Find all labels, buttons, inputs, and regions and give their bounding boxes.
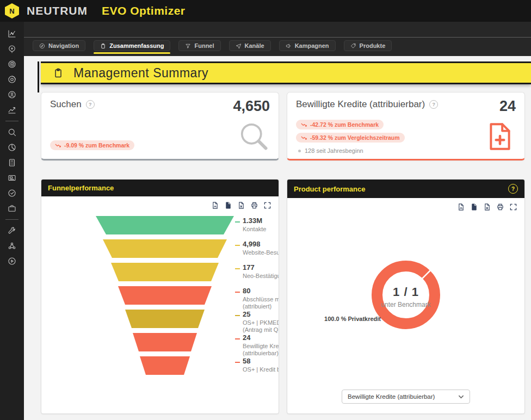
ytd-note: 128 seit Jahresbeginn bbox=[298, 147, 405, 154]
help-icon[interactable]: ? bbox=[86, 100, 95, 109]
kpi-title: Bewilligte Kredite (attribuierbar) bbox=[296, 99, 425, 110]
kpi-card-bewilligte-kredite: Bewilligte Kredite (attribuierbar) ? 24 … bbox=[287, 92, 525, 160]
product-panel: Product performance ? bbox=[287, 179, 525, 414]
funnel-segment-kontakte[interactable] bbox=[96, 216, 234, 234]
fullscreen-icon[interactable] bbox=[264, 202, 271, 209]
brand-logo[interactable]: N bbox=[5, 3, 19, 18]
trend-down-icon bbox=[301, 122, 307, 127]
tab-produkte[interactable]: Produkte bbox=[344, 40, 392, 54]
funnel-panel: Funnelperformance bbox=[41, 179, 279, 414]
tab-kampagnen[interactable]: Kampagnen bbox=[279, 40, 336, 54]
user-search-icon[interactable] bbox=[0, 87, 24, 102]
export-image-icon[interactable] bbox=[212, 202, 219, 209]
fullscreen-icon[interactable] bbox=[510, 203, 517, 211]
funnel-label: 24Bewilligte Kredite (attribuierbar) bbox=[243, 334, 279, 357]
globe-icon[interactable] bbox=[0, 140, 24, 155]
funnel-connector bbox=[235, 338, 240, 339]
document-plus-icon bbox=[486, 122, 514, 153]
export-toolbar bbox=[458, 203, 517, 211]
export-toolbar bbox=[212, 202, 271, 209]
funnel-segment-bewilligte-kredite[interactable] bbox=[133, 333, 197, 351]
funnel-connector bbox=[235, 315, 240, 316]
help-icon[interactable]: ? bbox=[508, 184, 518, 194]
tab-strip: Navigation Zusammenfassung Funnel Kanäle… bbox=[24, 22, 531, 56]
benchmark-badge: -42.72 % zum Benchmark bbox=[296, 120, 384, 129]
print-icon[interactable] bbox=[251, 202, 258, 209]
content-area: Management Summary Suchen ? 4,650 -9.09 … bbox=[24, 56, 531, 420]
metric-dropdown[interactable]: Bewilligte Kredite (attribuierbar) bbox=[342, 390, 470, 404]
location-icon[interactable] bbox=[0, 41, 24, 57]
sidebar-divider bbox=[5, 219, 18, 220]
kpi-card-suchen: Suchen ? 4,650 -9.09 % zum Benchmark bbox=[41, 92, 279, 160]
benchmark-badge: -9.09 % zum Benchmark bbox=[50, 140, 134, 150]
funnel-segment-kredit-bewilligt[interactable] bbox=[140, 356, 190, 375]
disc-icon[interactable] bbox=[0, 72, 24, 87]
export-pdf-icon[interactable] bbox=[225, 202, 232, 209]
funnel-label: 4,998Website-Besuche bbox=[243, 240, 279, 256]
trend-down-icon bbox=[55, 143, 61, 148]
bullet-icon bbox=[298, 150, 301, 152]
funnel-connector bbox=[235, 245, 240, 246]
funnel-label: 25OS+ | PKMED_ANLAGE (Antrag mit QES) bbox=[243, 311, 279, 333]
brand-name: NEUTRUM bbox=[27, 4, 88, 17]
main-area: Navigation Zusammenfassung Funnel Kanäle… bbox=[24, 22, 531, 420]
funnel-connector bbox=[235, 268, 240, 269]
clipboard-icon bbox=[53, 67, 64, 78]
export-excel-icon[interactable] bbox=[484, 203, 491, 211]
product-name: EVO Optimizer bbox=[102, 4, 186, 17]
compass-icon bbox=[39, 43, 45, 49]
app-header: N NEUTRUM EVO Optimizer bbox=[0, 0, 531, 22]
play-circle-icon[interactable] bbox=[0, 254, 24, 269]
donut-center-text: 1 / 1 unter Benchmark bbox=[365, 285, 447, 308]
funnel-label: 80Abschlüsse mit Antrag (attribuiert) bbox=[243, 287, 279, 310]
trend-down-icon bbox=[301, 135, 307, 140]
comparison-badge: -59.32 % zum Vergleichszeitraum bbox=[296, 133, 405, 143]
funnel-label: 1.33MKontakte bbox=[243, 217, 279, 233]
funnel-segment-website-besuche[interactable] bbox=[103, 239, 227, 258]
funnel-segment-abschluesse[interactable] bbox=[118, 286, 212, 305]
funnel-segment-pkmed-anlage[interactable] bbox=[125, 310, 205, 328]
export-image-icon[interactable] bbox=[458, 203, 465, 211]
search-icon[interactable] bbox=[0, 125, 24, 140]
tab-navigation[interactable]: Navigation bbox=[33, 40, 85, 54]
tab-funnel[interactable]: Funnel bbox=[178, 40, 220, 54]
calculator-icon[interactable] bbox=[0, 155, 24, 170]
metric-dropdown-value: Bewilligte Kredite (attribuierbar) bbox=[348, 393, 435, 400]
briefcase-icon[interactable] bbox=[0, 201, 24, 216]
help-icon[interactable]: ? bbox=[429, 100, 438, 109]
kpi-title: Suchen bbox=[50, 99, 82, 110]
logo-letter: N bbox=[9, 7, 14, 15]
page-title: Management Summary bbox=[73, 66, 208, 81]
panel-title: Product performance bbox=[294, 185, 365, 193]
page-title-bar: Management Summary bbox=[41, 61, 531, 84]
tag-icon bbox=[350, 43, 356, 49]
wrench-icon[interactable] bbox=[0, 223, 24, 238]
sidebar bbox=[0, 22, 24, 420]
target-icon[interactable] bbox=[0, 57, 24, 72]
megaphone-icon bbox=[286, 43, 292, 49]
funnel-label: 58OS+ | Kredit bewilligt bbox=[243, 357, 279, 373]
tab-zusammenfassung[interactable]: Zusammenfassung bbox=[94, 40, 170, 54]
kpi-value: 4,650 bbox=[233, 99, 270, 114]
export-excel-icon[interactable] bbox=[238, 202, 245, 209]
print-icon[interactable] bbox=[497, 203, 504, 211]
tab-kanaele[interactable]: Kanäle bbox=[229, 40, 271, 54]
kpi-value: 24 bbox=[499, 99, 516, 114]
funnel-segment-bestaetigungsseiten[interactable] bbox=[111, 263, 219, 281]
funnel-connector bbox=[235, 292, 240, 293]
send-icon bbox=[236, 43, 242, 49]
target-check-icon[interactable] bbox=[0, 186, 24, 201]
image-card-icon[interactable] bbox=[0, 170, 24, 186]
funnel-connector bbox=[235, 362, 240, 363]
export-pdf-icon[interactable] bbox=[471, 203, 478, 211]
trend-icon[interactable] bbox=[0, 102, 24, 118]
panel-title: Funnelperformance bbox=[48, 184, 114, 192]
line-chart-icon[interactable] bbox=[0, 26, 24, 41]
title-accent-line bbox=[38, 61, 39, 92]
funnel-label: 177Neo-Bestätigungsseiten (GA) bbox=[243, 264, 279, 280]
users-network-icon[interactable] bbox=[0, 238, 24, 254]
chevron-down-icon bbox=[458, 394, 464, 400]
donut-slice-label: 100.0 % Privatkredit bbox=[309, 316, 381, 322]
funnel-icon bbox=[185, 43, 191, 49]
search-icon bbox=[237, 120, 270, 155]
